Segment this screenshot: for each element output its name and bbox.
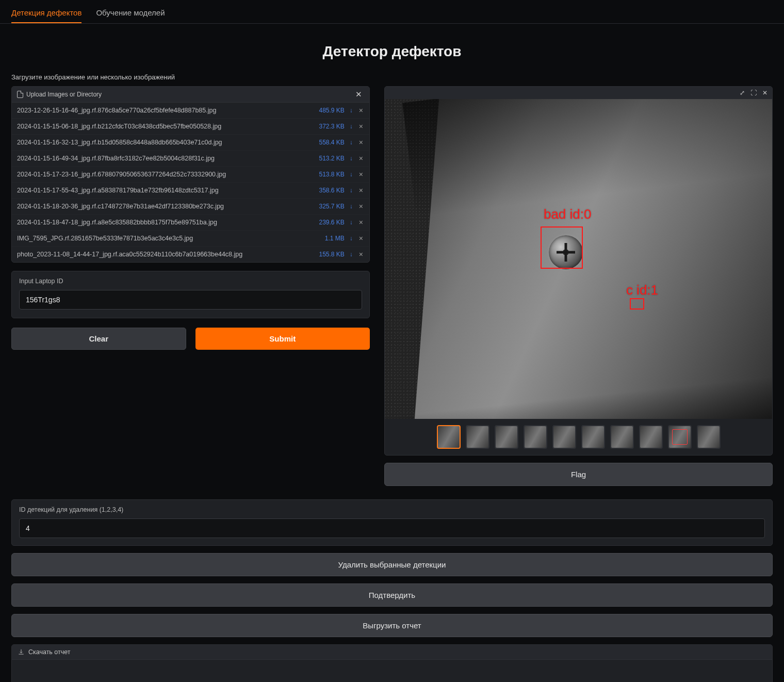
detection-label-0: bad id:0 — [544, 206, 592, 222]
thumbnail[interactable] — [524, 425, 547, 449]
upload-subtitle: Загрузите изображение или несколько изоб… — [11, 73, 773, 81]
remove-file-icon[interactable]: × — [358, 122, 364, 131]
download-icon[interactable]: ↓ — [350, 155, 353, 162]
file-name: 2023-12-26-15-16-46_jpg.rf.876c8a5ce770a… — [17, 107, 304, 114]
thumbnail[interactable] — [466, 425, 489, 449]
thumbnail[interactable] — [495, 425, 518, 449]
download-report-panel: Скачать отчет — [11, 644, 773, 682]
file-name: 2024-01-15-18-47-18_jpg.rf.a8e5c835882bb… — [17, 219, 304, 226]
detection-box-1[interactable] — [630, 298, 644, 310]
remove-file-icon[interactable]: × — [358, 202, 364, 210]
file-icon — [17, 91, 23, 98]
delete-ids-panel: ID детекций для удаления (1,2,3,4) — [11, 499, 773, 546]
laptop-id-block: Input Laptop ID — [11, 271, 370, 318]
file-row: 2024-01-15-17-23-16_jpg.rf.6788079050653… — [12, 167, 369, 183]
file-name: 2024-01-15-17-23-16_jpg.rf.6788079050653… — [17, 171, 304, 178]
file-row: 2024-01-15-18-20-36_jpg.rf.c17487278e7b3… — [12, 199, 369, 215]
upload-panel: Upload Images or Directory ✕ 2023-12-26-… — [11, 86, 370, 263]
download-icon[interactable]: ↓ — [350, 107, 353, 114]
expand-icon[interactable]: ⤢ — [738, 89, 746, 97]
detection-box-0[interactable] — [541, 226, 583, 269]
download-icon[interactable]: ↓ — [350, 123, 353, 130]
image-panel: ⤢ ⛶ ✕ bad id:0 c id:1 — [384, 86, 773, 456]
file-size: 513.8 KB — [309, 171, 345, 178]
download-icon — [18, 648, 25, 656]
file-name: 2024-01-15-16-32-13_jpg.rf.b15d05858c844… — [17, 139, 304, 146]
delete-ids-input[interactable] — [19, 518, 765, 538]
file-size: 358.6 KB — [309, 187, 345, 194]
thumbnail[interactable] — [610, 425, 634, 449]
file-row: IMG_7595_JPG.rf.2851657be5333fe7871b3e5a… — [12, 231, 369, 247]
laptop-id-input[interactable] — [19, 290, 362, 310]
tab-defect-detection[interactable]: Детекция дефектов — [11, 5, 81, 23]
thumbnail[interactable] — [581, 425, 605, 449]
submit-button[interactable]: Submit — [195, 328, 370, 350]
download-report-body[interactable] — [12, 660, 772, 682]
thumbnail[interactable] — [697, 425, 721, 449]
upload-header-label: Upload Images or Directory — [26, 91, 102, 98]
file-row: 2024-01-15-17-55-43_jpg.rf.a583878179ba1… — [12, 183, 369, 199]
remove-file-icon[interactable]: × — [358, 154, 364, 163]
file-name: photo_2023-11-08_14-44-17_jpg.rf.aca0c55… — [17, 251, 304, 258]
page-title: Детектор дефектов — [11, 43, 773, 60]
tab-model-training[interactable]: Обучение моделей — [96, 5, 165, 23]
file-size: 558.4 KB — [309, 139, 345, 146]
tab-bar: Детекция дефектов Обучение моделей — [0, 0, 784, 24]
file-size: 239.6 KB — [309, 219, 345, 226]
file-name: 2024-01-15-17-55-43_jpg.rf.a583878179ba1… — [17, 187, 304, 194]
thumbnail[interactable] — [639, 425, 663, 449]
download-icon[interactable]: ↓ — [350, 235, 353, 242]
close-icon[interactable]: ✕ — [353, 90, 364, 99]
thumbnail[interactable] — [552, 425, 576, 449]
file-row: 2024-01-15-16-49-34_jpg.rf.87fba8rfc3182… — [12, 151, 369, 167]
file-row: 2024-01-15-15-06-18_jpg.rf.b212cfdcT03c8… — [12, 119, 369, 135]
remove-file-icon[interactable]: × — [358, 106, 364, 115]
thumbnail[interactable] — [437, 425, 461, 449]
flag-button[interactable]: Flag — [384, 463, 773, 486]
file-list: 2023-12-26-15-16-46_jpg.rf.876c8a5ce770a… — [12, 103, 369, 262]
file-name: 2024-01-15-16-49-34_jpg.rf.87fba8rfc3182… — [17, 155, 304, 162]
delete-ids-label: ID детекций для удаления (1,2,3,4) — [19, 506, 765, 513]
remove-file-icon[interactable]: × — [358, 138, 364, 147]
detection-image[interactable]: bad id:0 c id:1 — [385, 99, 772, 419]
delete-detections-button[interactable]: Удалить выбранные детекции — [11, 553, 773, 576]
file-size: 372.3 KB — [309, 123, 345, 130]
remove-file-icon[interactable]: × — [358, 234, 364, 242]
detection-label-1: c id:1 — [626, 282, 658, 298]
file-size: 325.7 KB — [309, 203, 345, 210]
download-icon[interactable]: ↓ — [350, 171, 353, 178]
file-row: 2023-12-26-15-16-46_jpg.rf.876c8a5ce770a… — [12, 103, 369, 119]
file-size: 513.2 KB — [309, 155, 345, 162]
export-report-button[interactable]: Выгрузить отчет — [11, 614, 773, 637]
download-icon[interactable]: ↓ — [350, 203, 353, 210]
download-icon[interactable]: ↓ — [350, 187, 353, 194]
file-name: 2024-01-15-18-20-36_jpg.rf.c17487278e7b3… — [17, 203, 304, 210]
image-toolbar: ⤢ ⛶ ✕ — [385, 87, 772, 99]
download-icon[interactable]: ↓ — [350, 219, 353, 226]
file-row: photo_2023-11-08_14-44-17_jpg.rf.aca0c55… — [12, 247, 369, 262]
file-row: 2024-01-15-16-32-13_jpg.rf.b15d05858c844… — [12, 135, 369, 151]
thumbnail-strip — [385, 419, 772, 455]
download-icon[interactable]: ↓ — [350, 251, 353, 258]
file-size: 155.8 KB — [309, 251, 345, 258]
remove-file-icon[interactable]: × — [358, 186, 364, 194]
fullscreen-icon[interactable]: ⛶ — [749, 89, 758, 97]
remove-file-icon[interactable]: × — [358, 218, 364, 226]
file-size: 1.1 MB — [309, 235, 345, 242]
laptop-id-label: Input Laptop ID — [19, 278, 362, 285]
remove-file-icon[interactable]: × — [358, 250, 364, 258]
thumbnail[interactable] — [668, 425, 692, 449]
clear-button[interactable]: Clear — [11, 328, 186, 350]
download-icon[interactable]: ↓ — [350, 139, 353, 146]
confirm-button[interactable]: Подтвердить — [11, 583, 773, 607]
image-close-icon[interactable]: ✕ — [761, 89, 769, 97]
file-name: 2024-01-15-15-06-18_jpg.rf.b212cfdcT03c8… — [17, 123, 304, 130]
download-report-label: Скачать отчет — [28, 648, 71, 656]
file-size: 485.9 KB — [309, 107, 345, 114]
file-name: IMG_7595_JPG.rf.2851657be5333fe7871b3e5a… — [17, 235, 304, 242]
remove-file-icon[interactable]: × — [358, 170, 364, 178]
file-row: 2024-01-15-18-47-18_jpg.rf.a8e5c835882bb… — [12, 215, 369, 231]
